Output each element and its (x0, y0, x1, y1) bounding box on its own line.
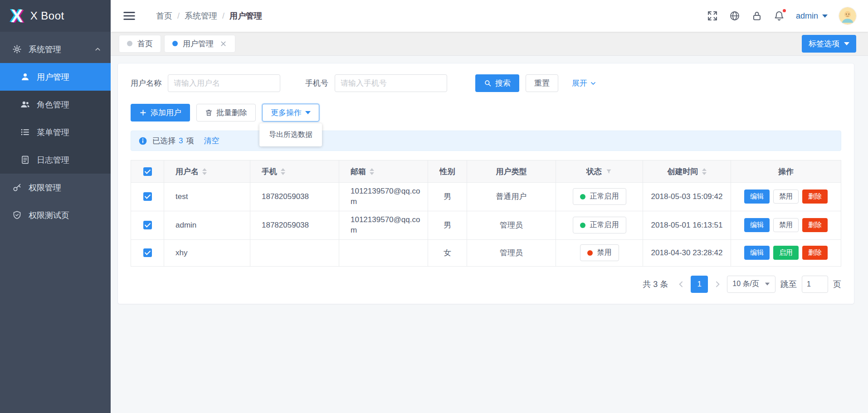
delete-button[interactable]: 删除 (802, 218, 828, 232)
sidebar-item-permission-management[interactable]: 权限管理 (0, 174, 111, 201)
sidebar-item-menu-management[interactable]: 菜单管理 (0, 118, 111, 146)
disable-button[interactable]: 禁用 (773, 189, 799, 204)
edit-button[interactable]: 编辑 (744, 189, 770, 204)
next-page-icon[interactable] (713, 280, 722, 289)
phone-input[interactable] (335, 74, 447, 92)
batch-delete-label: 批量删除 (216, 107, 247, 118)
table-row: admin 18782059038 1012139570@qq.com 男 管理… (131, 211, 841, 239)
menu-label: 用户管理 (37, 72, 102, 83)
sidebar-item-permission-test-page[interactable]: 权限测试页 (0, 201, 111, 229)
goto-page-input[interactable] (802, 276, 828, 293)
cell-created: 2018-05-01 16:13:51 (651, 221, 723, 230)
expand-link-label: 展开 (572, 78, 587, 88)
users-table: 用户名 手机 邮箱 性别 用户类型 状态 创建时间 (131, 160, 841, 267)
menu-label: 日志管理 (37, 155, 102, 165)
add-user-button[interactable]: 添加用户 (131, 104, 190, 121)
cell-user-type: 管理员 (500, 248, 523, 258)
page-size-select[interactable]: 10 条/页 (727, 276, 775, 293)
opened-tabs-bar: 首页 用户管理 标签选项 (111, 32, 868, 56)
table-header-row: 用户名 手机 邮箱 性别 用户类型 状态 创建时间 (131, 160, 841, 182)
col-created: 创建时间 (668, 166, 698, 177)
expand-link[interactable]: 展开 (572, 78, 597, 88)
lock-icon[interactable] (751, 10, 762, 21)
shield-icon (12, 210, 22, 220)
tab-home[interactable]: 首页 (119, 35, 161, 53)
delete-button[interactable]: 删除 (802, 246, 828, 260)
cell-created: 2018-05-03 15:09:42 (651, 192, 723, 201)
status-dot (587, 250, 593, 256)
page-number-button[interactable]: 1 (691, 276, 708, 293)
top-header: 首页 / 系统管理 / 用户管理 admin (111, 0, 868, 32)
header-actions: admin (707, 7, 856, 24)
sort-control[interactable] (281, 168, 285, 175)
edit-button[interactable]: 编辑 (744, 218, 770, 232)
delete-button[interactable]: 删除 (802, 189, 828, 204)
select-all-checkbox[interactable] (143, 167, 152, 176)
filter-funnel-icon[interactable] (605, 168, 612, 175)
user-icon (20, 72, 30, 82)
username-filter: 用户名称 (131, 74, 280, 92)
notifications-button[interactable] (774, 10, 785, 21)
cell-gender: 男 (444, 191, 451, 202)
export-selected-item[interactable]: 导出所选数据 (259, 126, 322, 144)
menu-label: 角色管理 (37, 99, 102, 110)
tab-user-management[interactable]: 用户管理 (164, 35, 235, 53)
status-label: 正常启用 (590, 192, 619, 201)
more-actions-label: 更多操作 (271, 107, 302, 118)
username-input[interactable] (168, 74, 280, 92)
breadcrumb-home[interactable]: 首页 (156, 10, 172, 21)
breadcrumb-separator: / (222, 11, 224, 21)
avatar-image (839, 7, 856, 24)
table-row: test 18782059038 1012139570@qq.com 男 普通用… (131, 182, 841, 211)
cell-phone: 18782059038 (262, 221, 309, 230)
reset-button[interactable]: 重置 (526, 74, 558, 92)
selection-count: 3 (179, 136, 183, 145)
row-checkbox[interactable] (143, 248, 152, 257)
cell-email: 1012139570@qq.com (351, 186, 422, 207)
pagination: 共 3 条 1 10 条/页 跳至 页 (131, 276, 841, 293)
sort-control[interactable] (202, 168, 207, 175)
row-checkbox[interactable] (143, 192, 152, 201)
menu-label: 系统管理 (29, 44, 87, 55)
trash-icon (205, 109, 213, 117)
edit-button[interactable]: 编辑 (744, 246, 770, 260)
tab-options-button[interactable]: 标签选项 (802, 35, 856, 53)
sidebar-item-user-management[interactable]: 用户管理 (0, 63, 111, 91)
avatar[interactable] (839, 7, 856, 24)
search-button-label: 搜索 (495, 78, 511, 88)
close-icon[interactable] (219, 40, 227, 48)
sidebar-item-system-management[interactable]: 系统管理 (0, 35, 111, 63)
caret-down-icon (822, 15, 828, 18)
enable-button[interactable]: 启用 (773, 246, 799, 260)
fullscreen-icon[interactable] (707, 10, 718, 21)
sidebar-item-role-management[interactable]: 角色管理 (0, 91, 111, 118)
batch-delete-button[interactable]: 批量删除 (196, 104, 256, 121)
row-checkbox[interactable] (143, 221, 152, 229)
prev-page-icon[interactable] (677, 280, 686, 289)
user-menu[interactable]: admin (796, 11, 828, 21)
sidebar-item-log-management[interactable]: 日志管理 (0, 146, 111, 174)
breadcrumb-separator: / (177, 11, 180, 21)
clear-selection-link[interactable]: 清空 (204, 136, 219, 146)
more-actions-button[interactable]: 更多操作 (262, 104, 319, 121)
cell-user-type: 普通用户 (496, 191, 527, 202)
globe-icon[interactable] (729, 10, 740, 21)
col-username: 用户名 (176, 166, 199, 177)
reset-button-label: 重置 (534, 78, 550, 88)
hamburger-menu-icon[interactable] (122, 9, 136, 23)
breadcrumb-section[interactable]: 系统管理 (185, 10, 217, 21)
selection-alert: 已选择3项 清空 (131, 131, 841, 151)
logo-x-icon: X (11, 6, 23, 26)
sort-control[interactable] (702, 168, 707, 175)
sort-control[interactable] (370, 168, 374, 175)
sidebar-menu: 系统管理 用户管理 角色管理 菜单管理 (0, 32, 111, 229)
tab-options-label: 标签选项 (809, 39, 839, 49)
menu-label: 权限管理 (29, 182, 102, 193)
status-badge: 正常启用 (573, 188, 626, 205)
search-button[interactable]: 搜索 (475, 74, 519, 92)
table-row: xhy 女 管理员 禁用 2018-04-30 23:28:42 编辑 启用 删… (131, 239, 841, 266)
chevron-down-icon (590, 80, 597, 87)
disable-button[interactable]: 禁用 (773, 218, 799, 232)
selection-text: 已选择3项 (152, 136, 194, 146)
tab-dot (127, 41, 132, 46)
